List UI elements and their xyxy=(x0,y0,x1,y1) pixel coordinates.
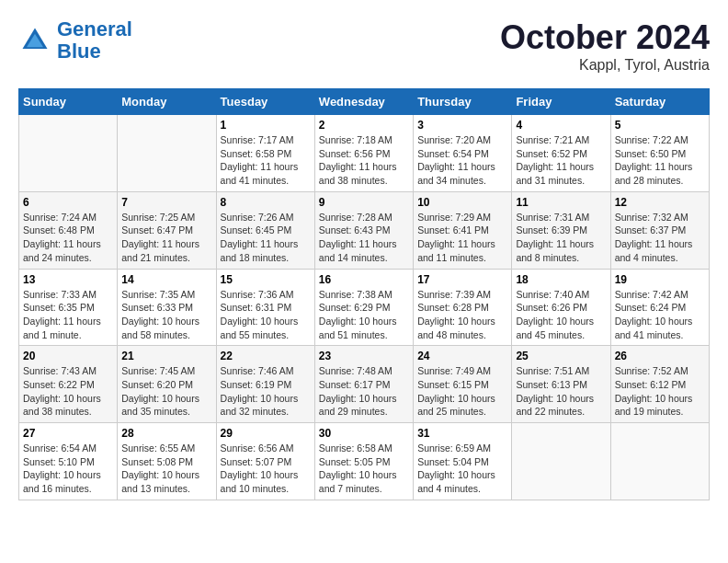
week-row-5: 27Sunrise: 6:54 AM Sunset: 5:10 PM Dayli… xyxy=(19,423,710,500)
day-info: Sunrise: 7:29 AM Sunset: 6:41 PM Dayligh… xyxy=(417,211,507,265)
calendar-cell: 17Sunrise: 7:39 AM Sunset: 6:28 PM Dayli… xyxy=(414,269,512,346)
calendar-cell: 30Sunrise: 6:58 AM Sunset: 5:05 PM Dayli… xyxy=(314,423,413,500)
calendar-cell: 27Sunrise: 6:54 AM Sunset: 5:10 PM Dayli… xyxy=(19,423,118,500)
logo: General Blue xyxy=(18,18,132,63)
day-info: Sunrise: 6:56 AM Sunset: 5:07 PM Dayligh… xyxy=(221,442,311,496)
day-number: 5 xyxy=(615,119,705,132)
day-number: 22 xyxy=(221,350,311,362)
day-number: 14 xyxy=(121,273,211,286)
day-number: 25 xyxy=(516,350,606,362)
calendar-cell: 6Sunrise: 7:24 AM Sunset: 6:48 PM Daylig… xyxy=(19,191,118,269)
weekday-header-wednesday: Wednesday xyxy=(314,89,413,115)
day-info: Sunrise: 7:20 AM Sunset: 6:54 PM Dayligh… xyxy=(417,133,507,188)
day-number: 20 xyxy=(23,350,113,362)
day-number: 19 xyxy=(615,273,705,286)
day-number: 26 xyxy=(615,350,705,362)
calendar-cell: 28Sunrise: 6:55 AM Sunset: 5:08 PM Dayli… xyxy=(118,423,216,500)
day-number: 23 xyxy=(319,350,409,362)
day-info: Sunrise: 6:55 AM Sunset: 5:08 PM Dayligh… xyxy=(121,442,211,496)
day-info: Sunrise: 7:33 AM Sunset: 6:35 PM Dayligh… xyxy=(23,288,113,342)
calendar-cell: 11Sunrise: 7:31 AM Sunset: 6:39 PM Dayli… xyxy=(512,191,610,269)
week-row-4: 20Sunrise: 7:43 AM Sunset: 6:22 PM Dayli… xyxy=(19,346,710,423)
calendar-cell: 4Sunrise: 7:21 AM Sunset: 6:52 PM Daylig… xyxy=(512,115,610,192)
day-number: 17 xyxy=(417,273,507,286)
calendar-cell: 3Sunrise: 7:20 AM Sunset: 6:54 PM Daylig… xyxy=(414,115,512,192)
day-info: Sunrise: 7:31 AM Sunset: 6:39 PM Dayligh… xyxy=(516,211,606,265)
day-info: Sunrise: 7:46 AM Sunset: 6:19 PM Dayligh… xyxy=(221,364,311,419)
day-number: 8 xyxy=(221,196,311,209)
calendar-cell: 1Sunrise: 7:17 AM Sunset: 6:58 PM Daylig… xyxy=(216,115,314,192)
day-info: Sunrise: 7:22 AM Sunset: 6:50 PM Dayligh… xyxy=(615,133,705,188)
day-info: Sunrise: 7:49 AM Sunset: 6:15 PM Dayligh… xyxy=(417,364,507,419)
weekday-header-row: SundayMondayTuesdayWednesdayThursdayFrid… xyxy=(19,89,710,115)
logo-line2: Blue xyxy=(57,40,101,63)
day-number: 6 xyxy=(23,196,113,209)
logo-icon xyxy=(18,24,51,57)
logo-line1: General xyxy=(57,17,132,40)
week-row-2: 6Sunrise: 7:24 AM Sunset: 6:48 PM Daylig… xyxy=(19,191,710,269)
calendar-cell: 24Sunrise: 7:49 AM Sunset: 6:15 PM Dayli… xyxy=(414,346,512,423)
calendar-cell: 21Sunrise: 7:45 AM Sunset: 6:20 PM Dayli… xyxy=(118,346,216,423)
week-row-1: 1Sunrise: 7:17 AM Sunset: 6:58 PM Daylig… xyxy=(19,115,710,192)
week-row-3: 13Sunrise: 7:33 AM Sunset: 6:35 PM Dayli… xyxy=(19,269,710,346)
weekday-header-thursday: Thursday xyxy=(414,89,512,115)
calendar-title: October 2024 xyxy=(500,18,710,57)
day-number: 7 xyxy=(121,196,211,209)
calendar-cell: 10Sunrise: 7:29 AM Sunset: 6:41 PM Dayli… xyxy=(414,191,512,269)
day-info: Sunrise: 7:51 AM Sunset: 6:13 PM Dayligh… xyxy=(516,364,606,419)
day-number: 15 xyxy=(221,273,311,286)
calendar-cell xyxy=(118,115,216,192)
day-info: Sunrise: 7:17 AM Sunset: 6:58 PM Dayligh… xyxy=(221,133,311,188)
day-info: Sunrise: 7:43 AM Sunset: 6:22 PM Dayligh… xyxy=(23,364,113,419)
day-info: Sunrise: 7:42 AM Sunset: 6:24 PM Dayligh… xyxy=(615,288,705,342)
weekday-header-saturday: Saturday xyxy=(610,89,709,115)
day-number: 10 xyxy=(417,196,507,209)
day-info: Sunrise: 6:59 AM Sunset: 5:04 PM Dayligh… xyxy=(417,442,507,496)
calendar-cell: 25Sunrise: 7:51 AM Sunset: 6:13 PM Dayli… xyxy=(512,346,610,423)
day-info: Sunrise: 6:54 AM Sunset: 5:10 PM Dayligh… xyxy=(23,442,113,496)
title-block: October 2024 Kappl, Tyrol, Austria xyxy=(500,18,710,74)
weekday-header-friday: Friday xyxy=(512,89,610,115)
day-number: 9 xyxy=(319,196,409,209)
calendar-cell: 14Sunrise: 7:35 AM Sunset: 6:33 PM Dayli… xyxy=(118,269,216,346)
day-info: Sunrise: 7:26 AM Sunset: 6:45 PM Dayligh… xyxy=(221,211,311,265)
calendar-cell: 26Sunrise: 7:52 AM Sunset: 6:12 PM Dayli… xyxy=(610,346,709,423)
calendar-cell xyxy=(610,423,709,500)
day-number: 27 xyxy=(23,427,113,440)
day-number: 29 xyxy=(221,427,311,440)
day-number: 24 xyxy=(417,350,507,362)
page-header: General Blue October 2024 Kappl, Tyrol, … xyxy=(18,18,710,74)
calendar-cell: 19Sunrise: 7:42 AM Sunset: 6:24 PM Dayli… xyxy=(610,269,709,346)
day-number: 13 xyxy=(23,273,113,286)
weekday-header-sunday: Sunday xyxy=(19,89,118,115)
day-info: Sunrise: 7:48 AM Sunset: 6:17 PM Dayligh… xyxy=(319,364,409,419)
day-number: 2 xyxy=(319,119,409,132)
day-info: Sunrise: 7:28 AM Sunset: 6:43 PM Dayligh… xyxy=(319,211,409,265)
day-info: Sunrise: 7:38 AM Sunset: 6:29 PM Dayligh… xyxy=(319,288,409,342)
calendar-cell: 12Sunrise: 7:32 AM Sunset: 6:37 PM Dayli… xyxy=(610,191,709,269)
day-info: Sunrise: 7:40 AM Sunset: 6:26 PM Dayligh… xyxy=(516,288,606,342)
day-info: Sunrise: 7:36 AM Sunset: 6:31 PM Dayligh… xyxy=(221,288,311,342)
calendar-cell: 22Sunrise: 7:46 AM Sunset: 6:19 PM Dayli… xyxy=(216,346,314,423)
day-info: Sunrise: 7:45 AM Sunset: 6:20 PM Dayligh… xyxy=(121,364,211,419)
day-info: Sunrise: 6:58 AM Sunset: 5:05 PM Dayligh… xyxy=(319,442,409,496)
weekday-header-tuesday: Tuesday xyxy=(216,89,314,115)
day-number: 16 xyxy=(319,273,409,286)
calendar-cell: 15Sunrise: 7:36 AM Sunset: 6:31 PM Dayli… xyxy=(216,269,314,346)
day-info: Sunrise: 7:39 AM Sunset: 6:28 PM Dayligh… xyxy=(417,288,507,342)
calendar-table: SundayMondayTuesdayWednesdayThursdayFrid… xyxy=(18,88,710,500)
day-info: Sunrise: 7:18 AM Sunset: 6:56 PM Dayligh… xyxy=(319,133,409,188)
day-info: Sunrise: 7:32 AM Sunset: 6:37 PM Dayligh… xyxy=(615,211,705,265)
calendar-cell xyxy=(512,423,610,500)
day-number: 18 xyxy=(516,273,606,286)
day-info: Sunrise: 7:35 AM Sunset: 6:33 PM Dayligh… xyxy=(121,288,211,342)
calendar-cell: 23Sunrise: 7:48 AM Sunset: 6:17 PM Dayli… xyxy=(314,346,413,423)
day-number: 30 xyxy=(319,427,409,440)
day-number: 28 xyxy=(121,427,211,440)
day-info: Sunrise: 7:52 AM Sunset: 6:12 PM Dayligh… xyxy=(615,364,705,419)
weekday-header-monday: Monday xyxy=(118,89,216,115)
calendar-cell: 31Sunrise: 6:59 AM Sunset: 5:04 PM Dayli… xyxy=(414,423,512,500)
calendar-cell: 2Sunrise: 7:18 AM Sunset: 6:56 PM Daylig… xyxy=(314,115,413,192)
calendar-cell: 5Sunrise: 7:22 AM Sunset: 6:50 PM Daylig… xyxy=(610,115,709,192)
day-number: 3 xyxy=(417,119,507,132)
